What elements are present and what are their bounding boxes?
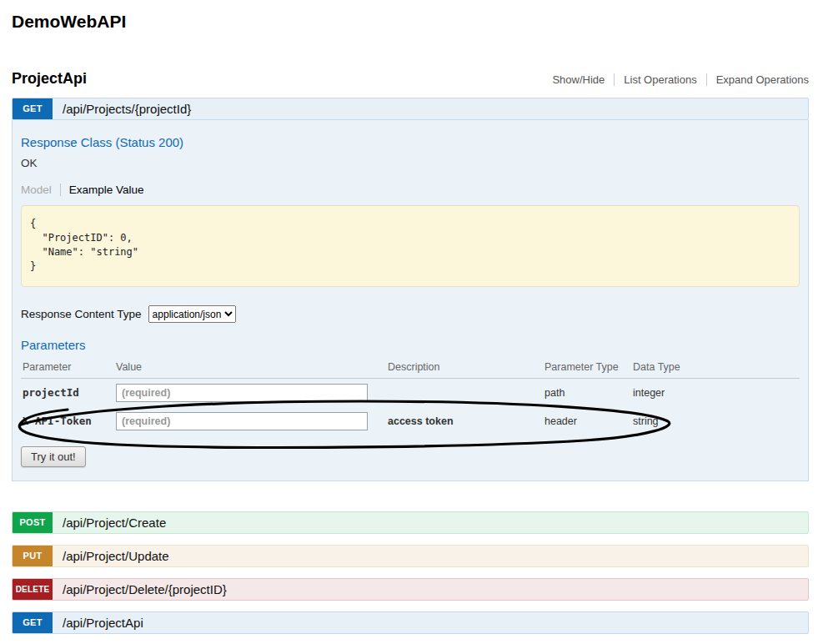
- method-badge-get-2: GET: [13, 612, 53, 633]
- col-parameter: Parameter: [21, 359, 114, 379]
- section-title: ProjectApi: [12, 70, 87, 88]
- parameters-header-row: Parameter Value Description Parameter Ty…: [21, 359, 800, 379]
- api-title: DemoWebAPI: [12, 12, 809, 32]
- section-header: ProjectApi Show/Hide List Operations Exp…: [12, 70, 809, 88]
- show-hide-link[interactable]: Show/Hide: [543, 73, 614, 86]
- operation-row-get-projectapi[interactable]: GET /api/ProjectApi: [12, 611, 809, 634]
- parameters-heading: Parameters: [21, 338, 800, 352]
- method-badge-post: POST: [13, 512, 53, 533]
- param-desc-x-api-token: access token: [386, 407, 543, 435]
- operation-path-get-projectapi[interactable]: /api/ProjectApi: [63, 616, 143, 630]
- param-type-x-api-token: header: [543, 407, 631, 435]
- col-parameter-type: Parameter Type: [543, 359, 631, 379]
- operation-get-projects: GET /api/Projects/{projectId} Response C…: [12, 98, 809, 481]
- operation-row-delete[interactable]: DELETE /api/Project/Delete/{projectID}: [12, 578, 809, 601]
- parameters-table: Parameter Value Description Parameter Ty…: [21, 359, 800, 435]
- method-badge-put: PUT: [13, 546, 53, 566]
- operation-path-delete[interactable]: /api/Project/Delete/{projectID}: [63, 582, 227, 596]
- method-badge-get: GET: [13, 98, 53, 119]
- col-description: Description: [386, 359, 543, 379]
- param-desc-projectid: [386, 379, 543, 407]
- tab-example-value[interactable]: Example Value: [61, 184, 144, 196]
- parameters-table-wrap: Parameter Value Description Parameter Ty…: [21, 359, 800, 435]
- operation-row-post-create[interactable]: POST /api/Project/Create: [12, 511, 809, 534]
- param-type-projectid: path: [543, 379, 631, 407]
- param-row-x-api-token: X-API-Token access token header string: [21, 407, 800, 435]
- param-datatype-projectid: integer: [631, 379, 800, 407]
- response-content-type-row: Response Content Type application/json: [21, 305, 800, 323]
- operation-row-put-update[interactable]: PUT /api/Project/Update: [12, 545, 809, 567]
- response-content-type-label: Response Content Type: [21, 308, 142, 320]
- operation-header-get-projects[interactable]: GET /api/Projects/{projectId}: [12, 98, 809, 120]
- try-it-out-button[interactable]: Try it out!: [21, 446, 86, 467]
- param-datatype-x-api-token: string: [631, 407, 800, 435]
- list-operations-link[interactable]: List Operations: [614, 73, 705, 86]
- param-input-x-api-token[interactable]: [116, 412, 368, 430]
- response-tabs: Model Example Value: [21, 184, 800, 196]
- response-content-type-select[interactable]: application/json: [148, 305, 236, 323]
- operation-details-panel: Response Class (Status 200) OK Model Exa…: [12, 120, 809, 481]
- param-name-projectid: projectId: [21, 379, 114, 407]
- operation-path-post-create[interactable]: /api/Project/Create: [63, 516, 166, 530]
- response-class-heading: Response Class (Status 200): [21, 135, 800, 149]
- response-status-text: OK: [21, 157, 800, 169]
- col-data-type: Data Type: [631, 359, 800, 379]
- param-input-projectid[interactable]: [116, 384, 368, 402]
- example-json-snippet: { "ProjectID": 0, "Name": "string" }: [21, 205, 800, 287]
- section-actions: Show/Hide List Operations Expand Operati…: [543, 73, 809, 86]
- method-badge-delete: DELETE: [13, 579, 53, 600]
- param-row-projectid: projectId path integer: [21, 379, 800, 407]
- expand-operations-link[interactable]: Expand Operations: [706, 73, 809, 86]
- tab-model[interactable]: Model: [21, 184, 61, 196]
- col-value: Value: [114, 359, 386, 379]
- param-name-x-api-token: X-API-Token: [21, 407, 114, 435]
- operation-path[interactable]: /api/Projects/{projectId}: [63, 102, 191, 116]
- operation-path-put-update[interactable]: /api/Project/Update: [63, 549, 169, 563]
